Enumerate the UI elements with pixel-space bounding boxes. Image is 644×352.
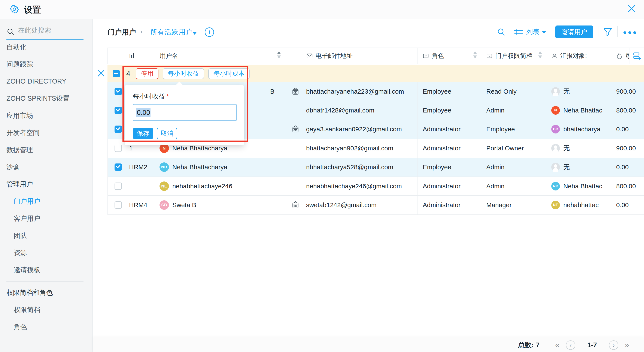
sidebar-section-manage-users[interactable]: 管理用户 xyxy=(0,176,92,193)
cell-email: bhattacharyaneha223@gmail.com xyxy=(301,82,418,101)
avatar: N xyxy=(160,144,169,153)
sidebar-section-profiles-roles[interactable]: 权限简档和角色 xyxy=(0,284,92,301)
sidebar-item-teams[interactable]: 团队 xyxy=(0,227,92,244)
sidebar-item-zoho-directory[interactable]: ZOHO DIRECTORY xyxy=(0,73,92,90)
cell-id: HRM2 xyxy=(124,158,154,177)
breadcrumb-current-view[interactable]: 所有活跃用户 xyxy=(150,28,193,37)
row-checkbox[interactable] xyxy=(114,126,122,133)
hourly-revenue-button[interactable]: 每小时收益 xyxy=(163,68,204,79)
sidebar-divider xyxy=(0,278,92,284)
bulk-action-bar: 4 停用 每小时收益 每小时成本 xyxy=(108,65,644,82)
column-header-hourly[interactable]: 每 xyxy=(611,48,630,64)
disable-button[interactable]: 停用 xyxy=(136,68,158,79)
column-header-role[interactable]: 角色 xyxy=(418,48,481,64)
toolbar-divider xyxy=(598,26,598,37)
select-all-checkbox-indeterminate[interactable] xyxy=(112,70,120,77)
search-icon xyxy=(6,28,14,36)
sidebar-item-issue-tracking[interactable]: 问题跟踪 xyxy=(0,56,92,73)
save-button[interactable]: 保存 xyxy=(133,128,153,139)
add-column-icon xyxy=(632,52,641,60)
required-mark: * xyxy=(166,93,169,100)
sidebar-item-roles[interactable]: 角色 xyxy=(0,318,92,335)
add-column-button[interactable] xyxy=(630,48,644,64)
table-row[interactable]: HRM2 NB Neha Bhattacharya nbhattacharya5… xyxy=(108,158,644,177)
total-value: 7 xyxy=(536,341,540,349)
sidebar-item-profiles[interactable]: 权限简档 xyxy=(0,301,92,318)
sidebar-item-client-users[interactable]: 客户用户 xyxy=(0,210,92,227)
column-header-profile[interactable]: 门户权限简档 xyxy=(481,48,546,64)
sidebar-item-marketplace[interactable]: 应用市场 xyxy=(0,107,92,124)
pagination-bar: 总数: 7 « ‹ 1-7 › » xyxy=(93,338,644,352)
cell-email: bhattacharyan902@gmail.com xyxy=(301,139,418,157)
sort-icon[interactable] xyxy=(277,51,281,59)
cell-reports-to: 无 xyxy=(546,139,611,157)
column-header-id[interactable]: Id xyxy=(124,48,154,64)
linked-bag-icon xyxy=(291,200,300,210)
row-checkbox[interactable] xyxy=(114,183,122,190)
cell-username: SB Sweta B xyxy=(154,196,285,214)
filter-icon[interactable] xyxy=(603,27,613,37)
cell-locked xyxy=(285,101,301,120)
sidebar: 自动化 问题跟踪 ZOHO DIRECTORY ZOHO SPRINTS设置 应… xyxy=(0,19,93,352)
table-row[interactable]: NE nehabhattachaye246 nehabhattachaye246… xyxy=(108,177,644,196)
cell-id: HRM4 xyxy=(124,196,154,214)
cell-locked xyxy=(285,120,301,139)
row-checkbox[interactable] xyxy=(114,201,122,209)
cell-username: NE nehabhattachaye246 xyxy=(154,177,285,195)
sidebar-item-resources[interactable]: 资源 xyxy=(0,244,92,261)
column-header-reports-to[interactable]: 汇报对象: xyxy=(546,48,611,64)
cell-role: Employee xyxy=(418,101,481,120)
sidebar-item-zoho-sprints-settings[interactable]: ZOHO SPRINTS设置 xyxy=(0,90,92,107)
cell-locked xyxy=(285,139,301,157)
avatar: NB xyxy=(160,162,169,172)
row-checkbox[interactable] xyxy=(114,163,122,171)
sidebar-item-developer-space[interactable]: 开发者空间 xyxy=(0,124,92,141)
table-header: Id 用户名 电子邮件地址 角色 xyxy=(108,48,644,64)
avatar-placeholder xyxy=(551,87,560,96)
previous-page-icon[interactable]: ‹ xyxy=(566,340,575,350)
column-header-username-label: 用户名 xyxy=(160,52,178,60)
info-icon[interactable]: i xyxy=(205,28,214,37)
cancel-button[interactable]: 取消 xyxy=(157,128,177,139)
sidebar-item-sandbox[interactable]: 沙盒 xyxy=(0,159,92,176)
column-header-email[interactable]: 电子邮件地址 xyxy=(301,48,418,64)
sort-icon[interactable] xyxy=(473,51,477,59)
reports-to-label: 无 xyxy=(563,144,570,153)
cell-hourly: 800.00 xyxy=(611,101,644,120)
hourly-revenue-input[interactable]: 0.00 xyxy=(133,104,237,121)
invite-users-button[interactable]: 邀请用户 xyxy=(555,26,593,38)
row-checkbox[interactable] xyxy=(114,107,122,114)
table-row[interactable]: HRM4 SB Sweta B swetab1242@gmail.com Adm… xyxy=(108,196,644,214)
next-page-icon[interactable]: › xyxy=(609,340,618,350)
row-checkbox[interactable] xyxy=(114,88,122,95)
last-page-icon[interactable]: » xyxy=(622,341,632,350)
sidebar-item-automation[interactable]: 自动化 xyxy=(0,39,92,56)
view-switcher[interactable]: 列表 xyxy=(514,28,546,37)
cell-hourly: 0.00 xyxy=(611,196,644,214)
sidebar-item-portal-users[interactable]: 门户用户 xyxy=(0,193,92,210)
column-header-username[interactable]: 用户名 xyxy=(154,48,285,64)
cell-reports-to: NE nehabhattac xyxy=(546,196,611,214)
cell-username: NB Neha Bhattacharya xyxy=(154,158,285,177)
breadcrumb-parent: 门户用户 xyxy=(108,28,136,37)
cell-profile: Admin xyxy=(481,158,546,177)
bulk-bar-close-icon[interactable] xyxy=(96,69,106,78)
first-page-icon[interactable]: « xyxy=(552,341,562,350)
username-label: Sweta B xyxy=(172,201,196,209)
sidebar-item-data-management[interactable]: 数据管理 xyxy=(0,141,92,159)
close-icon[interactable] xyxy=(627,4,636,13)
chevron-down-icon[interactable] xyxy=(192,32,197,35)
cell-email: nehabhattachaye246@gmail.com xyxy=(301,177,418,195)
sidebar-nav: 自动化 问题跟踪 ZOHO DIRECTORY ZOHO SPRINTS设置 应… xyxy=(0,39,92,335)
sidebar-item-invite-templates[interactable]: 邀请模板 xyxy=(0,261,92,278)
cell-hourly: 800.00 xyxy=(611,177,644,195)
row-checkbox[interactable] xyxy=(114,145,122,152)
hourly-cost-button[interactable]: 每小时成本 xyxy=(208,68,250,79)
pagination-divider xyxy=(546,341,546,349)
table-search-icon[interactable] xyxy=(497,28,506,37)
avatar: SB xyxy=(160,200,169,210)
sort-icon[interactable] xyxy=(538,51,542,59)
search-input[interactable] xyxy=(18,26,83,35)
more-options-icon[interactable] xyxy=(624,31,636,34)
column-header-reports-to-label: 汇报对象: xyxy=(560,52,587,60)
